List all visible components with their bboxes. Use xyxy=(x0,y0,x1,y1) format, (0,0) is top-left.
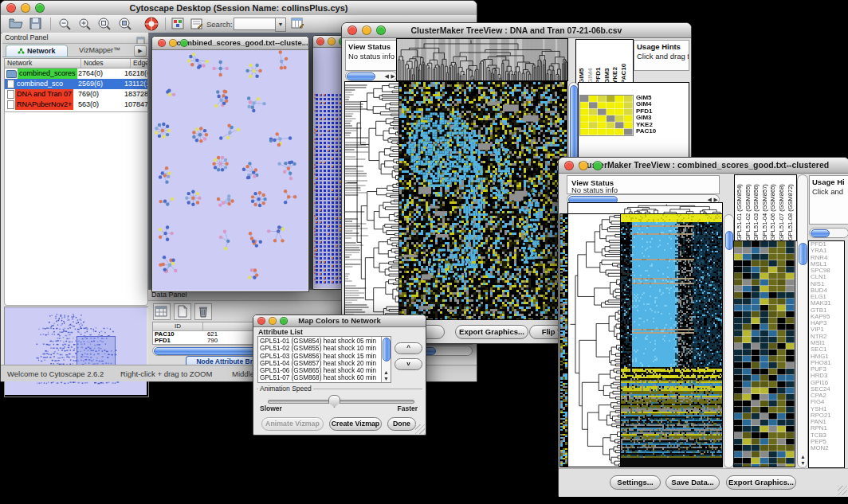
gene-label[interactable]: GTB1 xyxy=(811,307,844,314)
scroll-right-arrow[interactable]: ▶ xyxy=(391,73,395,80)
zoom-in-icon[interactable] xyxy=(78,18,92,33)
gene-label[interactable]: RPO21 xyxy=(811,412,844,419)
gene-label[interactable]: MSL1 xyxy=(811,261,844,268)
array-label[interactable]: GPL51-06 (GSM865) xyxy=(769,175,778,240)
birdseye-canvas[interactable] xyxy=(5,307,147,395)
network-list-area[interactable] xyxy=(4,111,148,306)
network-row[interactable]: RNAPuberNov2+ 563(0) 107847(0) xyxy=(5,100,147,110)
export-graphics-button[interactable]: Export Graphics... xyxy=(726,475,796,490)
done-button[interactable]: Done xyxy=(387,417,416,431)
zoom-button[interactable] xyxy=(35,3,45,13)
combined-gene-dendrogram-canvas[interactable] xyxy=(568,214,620,467)
gene-label[interactable]: BUD4 xyxy=(811,287,844,294)
network2-title-bar[interactable] xyxy=(313,36,344,48)
gene-label[interactable]: CLN1 xyxy=(811,274,844,280)
attribute-list-item[interactable]: GPL51-03 (GSM856) heat shock 15 min xyxy=(260,353,391,360)
scroll-thumb[interactable] xyxy=(383,338,391,361)
close-button[interactable] xyxy=(316,37,324,45)
new-attribute-icon[interactable] xyxy=(174,303,191,320)
scroll-down-arrow[interactable]: ▼ xyxy=(800,460,806,467)
scroll-thumb[interactable] xyxy=(799,243,807,265)
zoom-selected-icon[interactable] xyxy=(118,18,132,33)
save-icon[interactable] xyxy=(29,18,41,33)
gene-label[interactable]: MAK31 xyxy=(811,300,844,307)
resize-grip[interactable] xyxy=(415,424,425,434)
birdseye-panel[interactable] xyxy=(4,307,149,397)
array-label[interactable]: GIM4 xyxy=(587,40,595,84)
scroll-right-arrow[interactable]: ▶ xyxy=(714,197,718,203)
gene-label[interactable]: PFD1 xyxy=(811,241,844,248)
dna-status-hscrollbar[interactable]: ◀ ▶ xyxy=(345,71,397,81)
gene-label[interactable]: VIP1 xyxy=(811,326,844,333)
scroll-thumb[interactable] xyxy=(725,231,733,250)
tab-vizmapper[interactable]: VizMapper™ xyxy=(71,45,128,56)
vizmap-icon[interactable] xyxy=(171,18,184,33)
array-label[interactable]: YKE2 xyxy=(611,40,620,84)
col-nodes[interactable]: Nodes xyxy=(81,59,131,68)
combined-array-dendrogram-canvas[interactable] xyxy=(568,203,722,213)
attr-col-id[interactable]: ID xyxy=(153,322,203,330)
attribute-list-item[interactable]: GPL51-04 (GSM857) heat shock 20 min xyxy=(260,360,391,367)
gene-label[interactable]: NTR2 xyxy=(811,334,844,340)
col-network[interactable]: Network xyxy=(5,59,81,68)
zoom-button[interactable] xyxy=(180,39,188,47)
dna-array-dendrogram-canvas[interactable] xyxy=(397,39,567,80)
attribute-list-vscrollbar[interactable]: ▲ ▼ xyxy=(381,337,391,382)
dna-export-graphics-button[interactable]: Export Graphics... xyxy=(455,325,528,339)
gene-label[interactable]: RPN1 xyxy=(811,425,844,432)
array-label[interactable]: GPL51-04 (GSM857) xyxy=(761,175,770,240)
dna-heatmap-canvas[interactable] xyxy=(399,82,567,319)
gene-label[interactable]: KAP95 xyxy=(811,314,844,320)
gene-label[interactable]: RNR4 xyxy=(811,255,844,261)
minimize-button[interactable] xyxy=(579,161,588,170)
network-row[interactable]: combined_sco 2569(6) 13112(15) xyxy=(5,79,147,89)
network-canvas[interactable] xyxy=(153,50,308,291)
minimize-button[interactable] xyxy=(362,25,371,35)
animation-speed-slider-track[interactable] xyxy=(268,400,414,404)
array-label[interactable]: GPL51-03 (GSM856) xyxy=(752,175,761,240)
scroll-up-arrow[interactable]: ▲ xyxy=(383,369,389,376)
gene-label[interactable]: TCB3 xyxy=(811,432,844,439)
gene-label[interactable]: PEP5 xyxy=(811,439,844,445)
gene-label[interactable]: CPA2 xyxy=(811,393,844,399)
scroll-left-arrow[interactable]: ◀ xyxy=(385,73,389,80)
attribute-list-item[interactable]: GPL51-07 (GSM868) heat shock 60 min xyxy=(260,374,391,381)
gene-label[interactable]: HRD3 xyxy=(811,373,844,379)
minimize-button[interactable] xyxy=(269,317,277,325)
scroll-thumb[interactable] xyxy=(811,229,830,237)
tab-overflow-button[interactable]: ▶ xyxy=(134,45,147,57)
minimize-button[interactable] xyxy=(169,39,177,47)
zoom-fit-icon[interactable] xyxy=(97,18,112,33)
table-view-icon[interactable] xyxy=(153,303,171,320)
dna-correlation-matrix-canvas[interactable] xyxy=(580,96,633,135)
move-down-button[interactable]: v xyxy=(395,358,422,370)
combined-heatmap-vscrollbar[interactable] xyxy=(724,214,734,468)
combined-global-strip-canvas[interactable] xyxy=(560,214,567,467)
gene-label[interactable]: SEC24 xyxy=(811,386,844,393)
network-row[interactable]: combined_scores 2764(0) 16218(0) xyxy=(5,68,147,79)
resize-grip[interactable] xyxy=(838,486,847,495)
scroll-left-arrow[interactable]: ◀ xyxy=(708,197,712,203)
close-button[interactable] xyxy=(257,317,265,325)
scroll-thumb[interactable] xyxy=(347,72,375,80)
minimize-button[interactable] xyxy=(21,3,30,13)
save-data-button[interactable]: Save Data... xyxy=(665,475,720,490)
gene-label[interactable]: PHO81 xyxy=(811,360,844,366)
scroll-up-arrow[interactable]: ▲ xyxy=(800,454,806,460)
close-button[interactable] xyxy=(6,3,16,13)
main-title-bar[interactable]: Cytoscape Desktop (Session Name: collins… xyxy=(1,1,477,16)
help-lifering-icon[interactable] xyxy=(144,17,159,34)
gene-label[interactable]: ELG1 xyxy=(811,294,844,300)
attribute-browser-icon[interactable] xyxy=(291,18,304,33)
gene-label[interactable]: HAP3 xyxy=(811,320,844,326)
treeview-dna-title-bar[interactable]: ClusterMaker TreeView : DNA and Tran 07-… xyxy=(342,23,691,38)
close-button[interactable] xyxy=(347,25,357,35)
array-label[interactable]: PAC10 xyxy=(620,40,629,84)
zoom-button[interactable] xyxy=(593,161,603,170)
gene-label[interactable]: MSI1 xyxy=(811,340,844,346)
gene-label[interactable]: MON2 xyxy=(811,445,844,451)
create-vizmap-button[interactable]: Create Vizmap xyxy=(329,417,382,431)
attribute-list-item[interactable]: GPL51-01 (GSM854) heat shock 05 min xyxy=(260,338,391,345)
delete-attribute-icon[interactable] xyxy=(194,303,212,320)
array-label[interactable]: PFD1 xyxy=(595,40,603,84)
